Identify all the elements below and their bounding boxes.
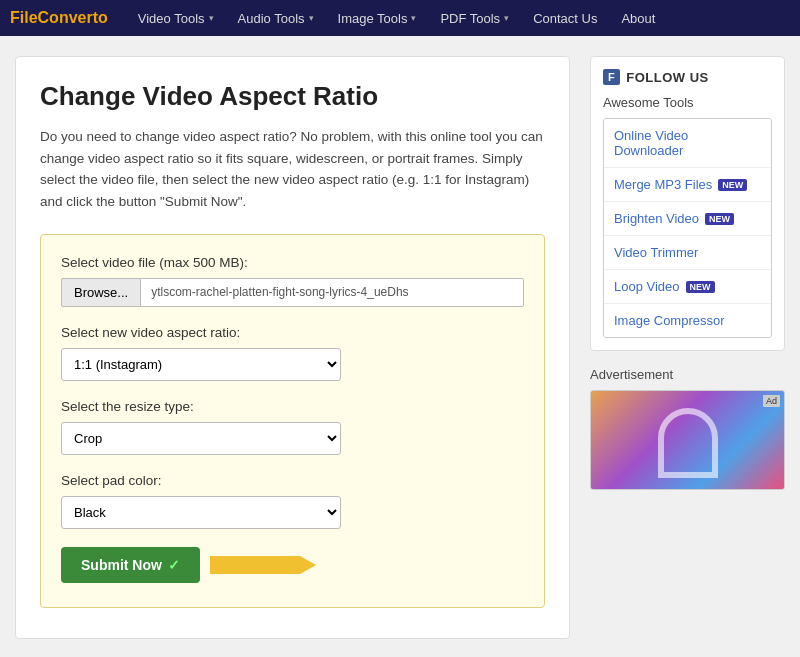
site-logo[interactable]: FileConverto [10,9,108,27]
tool-item-video-downloader[interactable]: Online Video Downloader [604,119,771,168]
nav-about-label: About [621,11,655,26]
submit-area: Submit Now ✓ [61,547,524,583]
tools-list: Online Video Downloader Merge MP3 Files … [603,118,772,338]
page-title: Change Video Aspect Ratio [40,81,545,112]
nav-about[interactable]: About [611,5,665,32]
tool-item-image-compressor[interactable]: Image Compressor [604,304,771,337]
chevron-down-icon: ▾ [209,13,214,23]
ad-arch-decoration [658,408,718,478]
nav-audio-tools[interactable]: Audio Tools ▾ [228,5,324,32]
submit-label: Submit Now [81,557,162,573]
navbar: FileConverto Video Tools ▾ Audio Tools ▾… [0,0,800,36]
nav-image-tools-label: Image Tools [338,11,408,26]
nav-menu: Video Tools ▾ Audio Tools ▾ Image Tools … [128,5,790,32]
new-badge: NEW [705,213,734,225]
arrow-body [210,556,300,574]
tool-label: Brighten Video [614,211,699,226]
tool-item-loop-video[interactable]: Loop Video NEW [604,270,771,304]
checkmark-icon: ✓ [168,557,180,573]
nav-pdf-tools[interactable]: PDF Tools ▾ [430,5,519,32]
resize-select[interactable]: Crop Pad Stretch [61,422,341,455]
aspect-label: Select new video aspect ratio: [61,325,524,340]
chevron-down-icon: ▾ [411,13,416,23]
new-badge: NEW [718,179,747,191]
arrow-indicator [210,556,300,574]
aspect-group: Select new video aspect ratio: 1:1 (Inst… [61,325,524,381]
nav-contact-us[interactable]: Contact Us [523,5,607,32]
tool-item-video-trimmer[interactable]: Video Trimmer [604,236,771,270]
tool-label: Image Compressor [614,313,725,328]
new-badge: NEW [686,281,715,293]
form-box: Select video file (max 500 MB): Browse..… [40,234,545,608]
aspect-select[interactable]: 1:1 (Instagram) 16:9 (Widescreen) 4:3 (S… [61,348,341,381]
tool-item-brighten-video[interactable]: Brighten Video NEW [604,202,771,236]
page-wrapper: Change Video Aspect Ratio Do you need to… [5,56,795,639]
follow-label: FOLLOW US [626,70,709,85]
file-group: Select video file (max 500 MB): Browse..… [61,255,524,307]
nav-video-tools[interactable]: Video Tools ▾ [128,5,224,32]
logo-highlight: o [98,9,108,26]
tool-label: Merge MP3 Files [614,177,712,192]
sidebar: f FOLLOW US Awesome Tools Online Video D… [590,56,785,639]
main-content: Change Video Aspect Ratio Do you need to… [15,56,570,639]
submit-button[interactable]: Submit Now ✓ [61,547,200,583]
tool-label: Loop Video [614,279,680,294]
browse-button[interactable]: Browse... [61,278,141,307]
tool-label: Online Video Downloader [614,128,761,158]
ad-image: Ad [590,390,785,490]
follow-box: f FOLLOW US Awesome Tools Online Video D… [590,56,785,351]
nav-contact-us-label: Contact Us [533,11,597,26]
tool-label: Video Trimmer [614,245,698,260]
ad-label: Advertisement [590,367,785,382]
nav-audio-tools-label: Audio Tools [238,11,305,26]
resize-group: Select the resize type: Crop Pad Stretch [61,399,524,455]
awesome-tools-label: Awesome Tools [603,95,772,110]
resize-label: Select the resize type: [61,399,524,414]
nav-video-tools-label: Video Tools [138,11,205,26]
facebook-icon: f [603,69,620,85]
file-input-row: Browse... ytlscom-rachel-platten-fight-s… [61,278,524,307]
file-name-display: ytlscom-rachel-platten-fight-song-lyrics… [141,278,524,307]
chevron-down-icon: ▾ [309,13,314,23]
tool-item-merge-mp3[interactable]: Merge MP3 Files NEW [604,168,771,202]
logo-text-main: FileConvert [10,9,98,26]
ad-corner-badge: Ad [763,395,780,407]
pad-color-group: Select pad color: Black White Red Green … [61,473,524,529]
page-description: Do you need to change video aspect ratio… [40,126,545,212]
pad-color-label: Select pad color: [61,473,524,488]
follow-title: f FOLLOW US [603,69,772,85]
chevron-down-icon: ▾ [504,13,509,23]
nav-pdf-tools-label: PDF Tools [440,11,500,26]
nav-image-tools[interactable]: Image Tools ▾ [328,5,427,32]
pad-color-select[interactable]: Black White Red Green Blue [61,496,341,529]
file-label: Select video file (max 500 MB): [61,255,524,270]
